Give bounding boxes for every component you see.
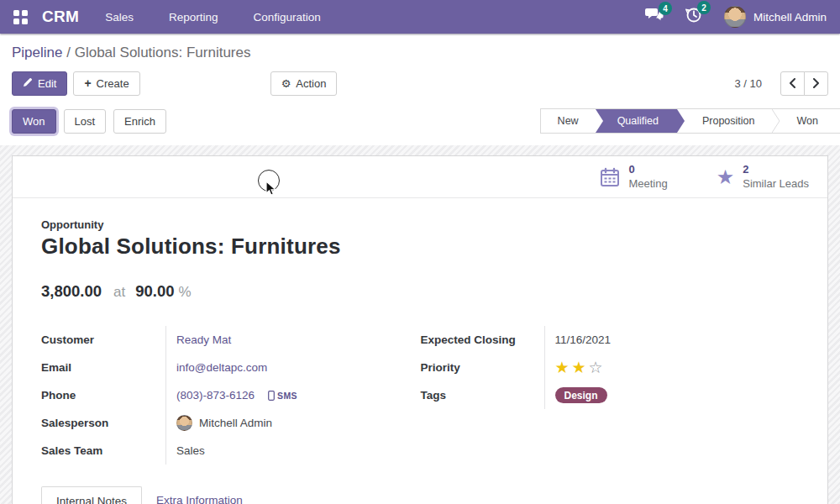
gear-icon: ⚙ (281, 77, 291, 90)
field-customer: Customer Ready Mat (41, 326, 420, 354)
field-priority: Priority ★ ★ ☆ (421, 354, 800, 381)
expected-revenue: 3,800.00 (41, 282, 102, 301)
menu-sales[interactable]: Sales (105, 11, 134, 24)
percent-sign: % (179, 284, 192, 301)
main-menu: Sales Reporting Configuration (105, 11, 321, 24)
pager-previous-button[interactable] (780, 71, 805, 96)
meeting-count: 0 (628, 163, 667, 176)
fields-grid: Customer Ready Mat Email info@deltapc.co… (41, 326, 799, 465)
lost-button[interactable]: Lost (64, 109, 107, 134)
field-sales-team: Sales Team Sales (41, 437, 420, 465)
create-button[interactable]: + Create (73, 71, 139, 96)
star-icon: ★ (717, 167, 735, 187)
messages-button[interactable]: 4 (645, 8, 664, 26)
field-email: Email info@deltapc.com (41, 354, 420, 381)
enrich-button[interactable]: Enrich (113, 109, 166, 134)
priority-star-3[interactable]: ☆ (589, 360, 603, 375)
stage-separator (677, 109, 685, 133)
chevron-right-icon (812, 78, 820, 88)
priority-star-2[interactable]: ★ (572, 360, 586, 375)
navbar-right: 4 2 Mitchell Admin (645, 6, 827, 28)
plus-icon: + (84, 76, 91, 90)
tab-internal-notes[interactable]: Internal Notes (41, 486, 142, 504)
record-type-label: Opportunity (41, 218, 799, 231)
sales-team-value[interactable]: Sales (176, 444, 205, 457)
pager: 3 / 10 (734, 71, 828, 96)
breadcrumb: Pipeline / Global Solutions: Furnitures (12, 34, 828, 61)
menu-reporting[interactable]: Reporting (169, 11, 218, 24)
stage-won[interactable]: Won (780, 109, 840, 133)
expected-closing-value: 11/16/2021 (555, 333, 612, 346)
record-card: 0 Meeting ★ 2 Similar Leads Opportunity … (12, 155, 828, 504)
breadcrumb-pipeline-link[interactable]: Pipeline (12, 45, 63, 60)
similar-leads-count: 2 (743, 163, 809, 176)
control-panel: Pipeline / Global Solutions: Furnitures … (0, 34, 840, 96)
field-phone: Phone (803)-873-6126 SMS (41, 381, 420, 409)
stage-proposition[interactable]: Proposition (685, 109, 772, 133)
calendar-icon (600, 167, 620, 187)
won-button[interactable]: Won (12, 109, 56, 134)
similar-leads-label: Similar Leads (743, 177, 809, 191)
customer-link[interactable]: Ready Mat (176, 333, 231, 346)
similar-leads-stat-button[interactable]: ★ 2 Similar Leads (717, 163, 809, 191)
pencil-icon (23, 77, 33, 90)
sms-button[interactable]: SMS (268, 391, 297, 401)
tag-design[interactable]: Design (555, 387, 607, 403)
activities-button[interactable]: 2 (685, 7, 702, 27)
notebook-tabs: Internal Notes Extra Information (41, 486, 799, 504)
mobile-phone-icon (268, 391, 275, 401)
stage-separator (596, 109, 604, 133)
record-title: Global Solutions: Furnitures (41, 234, 799, 260)
field-salesperson: Salesperson Mitchell Admin (41, 409, 420, 437)
form-sheet: Opportunity Global Solutions: Furnitures… (13, 198, 827, 504)
salesperson-avatar (176, 415, 192, 431)
meeting-label: Meeting (628, 177, 667, 191)
edit-button[interactable]: Edit (12, 71, 67, 96)
mouse-cursor-icon (265, 181, 280, 197)
click-indicator (258, 170, 280, 192)
pager-next-button[interactable] (804, 71, 828, 96)
status-row: Won Lost Enrich New Qualified Propositio… (0, 108, 840, 134)
stage-statusbar: New Qualified Proposition Won (540, 108, 840, 134)
stage-new[interactable]: New (541, 109, 596, 133)
menu-configuration[interactable]: Configuration (254, 11, 321, 24)
stage-qualified[interactable]: Qualified (604, 109, 677, 133)
app-brand[interactable]: CRM (42, 8, 79, 26)
meeting-stat-button[interactable]: 0 Meeting (600, 163, 667, 191)
messages-badge: 4 (659, 2, 672, 15)
breadcrumb-current: Global Solutions: Furnitures (75, 45, 251, 60)
expected-revenue-row: 3,800.00 at 90.00 % (41, 282, 799, 301)
pager-counter: 3 / 10 (734, 77, 762, 90)
action-button[interactable]: ⚙ Action (270, 71, 338, 96)
priority-star-1[interactable]: ★ (555, 360, 570, 375)
stage-separator (772, 109, 780, 133)
activities-badge: 2 (697, 1, 711, 14)
user-avatar[interactable] (724, 6, 746, 28)
toolbar: Edit + Create ⚙ Action 3 / 10 (12, 71, 828, 96)
button-box: 0 Meeting ★ 2 Similar Leads (13, 156, 827, 198)
field-tags: Tags Design (421, 381, 800, 409)
probability-value: 90.00 (135, 282, 174, 301)
user-menu[interactable]: Mitchell Admin (753, 11, 827, 24)
salesperson-name[interactable]: Mitchell Admin (199, 417, 272, 429)
form-background: 0 Meeting ★ 2 Similar Leads Opportunity … (0, 145, 840, 504)
apps-menu-icon[interactable] (13, 10, 28, 24)
email-link[interactable]: info@deltapc.com (176, 361, 267, 374)
chevron-left-icon (789, 78, 796, 88)
top-navbar: CRM Sales Reporting Configuration 4 2 Mi… (0, 0, 840, 34)
phone-link[interactable]: (803)-873-6126 (176, 389, 255, 402)
tab-extra-information[interactable]: Extra Information (142, 486, 257, 504)
field-expected-closing: Expected Closing 11/16/2021 (421, 326, 800, 354)
